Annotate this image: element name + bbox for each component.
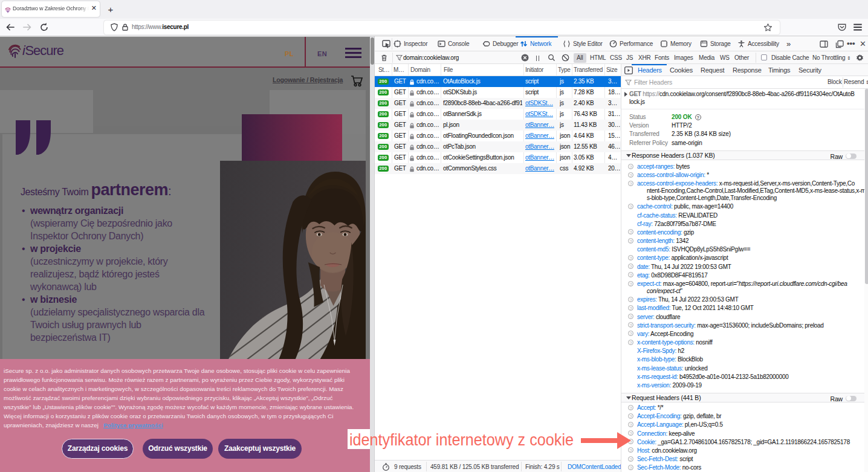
svg-text:identyfikator internetowy z co: identyfikator internetowy z cookie bbox=[349, 430, 574, 449]
